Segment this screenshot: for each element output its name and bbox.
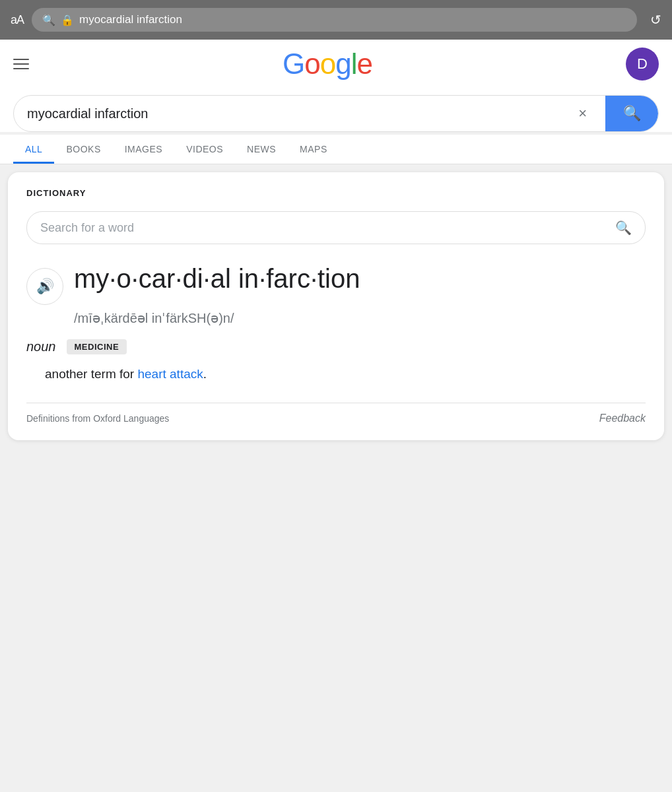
search-tabs: ALL BOOKS IMAGES VIDEOS NEWS MAPS [0,135,672,164]
logo-letter-g2: g [335,48,351,80]
word-category-badge: MEDICINE [67,339,127,354]
user-avatar[interactable]: D [626,48,659,81]
search-clear-button[interactable]: × [578,105,587,122]
browser-chrome: aA 🔍 🔒 myocardial infarction ↺ [0,0,672,40]
tab-books[interactable]: BOOKS [54,135,112,164]
logo-letter-e: e [356,48,372,80]
tab-maps[interactable]: MAPS [288,135,339,164]
main-content: DICTIONARY Search for a word 🔍 🔊 my·o·ca… [0,164,672,448]
audio-icon: 🔊 [36,278,54,295]
reload-button[interactable]: ↺ [650,12,661,28]
audio-button[interactable]: 🔊 [26,268,63,305]
feedback-button[interactable]: Feedback [599,412,646,424]
search-submit-button[interactable]: 🔍 [605,95,658,132]
tab-videos[interactable]: VIDEOS [174,135,235,164]
hamburger-line [13,68,29,69]
dictionary-section-label: DICTIONARY [26,188,646,198]
tab-all[interactable]: ALL [13,135,54,164]
word-pos-row: noun MEDICINE [26,339,646,354]
hamburger-menu[interactable] [13,59,29,69]
dictionary-search-bar[interactable]: Search for a word 🔍 [26,211,646,244]
dictionary-search-placeholder: Search for a word [40,221,615,235]
hamburger-line [13,59,29,60]
search-input-area[interactable]: myocardial infarction × [14,105,605,122]
google-logo: Google [283,48,372,81]
word-pronunciation: /mīəˌkärdēəl inˈfärkSH(ə)n/ [74,310,646,326]
font-size-control[interactable]: aA [11,13,24,27]
google-header: Google D [0,40,672,88]
search-bar: myocardial infarction × 🔍 [13,95,659,132]
definition-text-before: another term for [45,367,137,381]
dictionary-footer: Definitions from Oxford Languages Feedba… [26,403,646,424]
logo-letter-o2: o [320,48,335,80]
search-icon: 🔍 [42,14,55,26]
definition-text-after: . [203,367,207,381]
definition-link[interactable]: heart attack [137,367,203,381]
dictionary-card: DICTIONARY Search for a word 🔍 🔊 my·o·ca… [8,172,664,440]
word-title: my·o·car·di·al in·farc·tion [74,263,360,294]
word-entry: 🔊 my·o·car·di·al in·farc·tion [26,263,646,305]
search-button-icon: 🔍 [623,105,641,122]
word-part-of-speech: noun [26,339,56,354]
hamburger-line [13,63,29,65]
search-query-text: myocardial infarction [27,106,578,121]
search-section: myocardial infarction × 🔍 [0,88,672,132]
logo-letter-g: G [283,48,304,80]
dictionary-search-icon: 🔍 [615,220,632,236]
lock-icon: 🔒 [61,14,74,26]
dictionary-source: Definitions from Oxford Languages [26,413,169,424]
tab-news[interactable]: NEWS [235,135,288,164]
address-text: myocardial infarction [79,13,626,26]
logo-letter-o1: o [304,48,319,80]
address-bar[interactable]: 🔍 🔒 myocardial infarction [32,8,637,32]
word-definition: another term for heart attack. [26,365,646,384]
tab-images[interactable]: IMAGES [113,135,174,164]
